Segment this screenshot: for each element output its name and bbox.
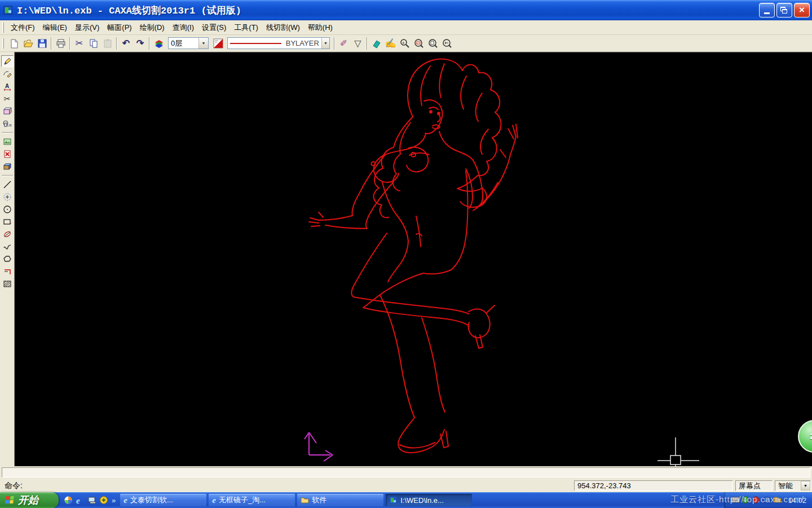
task-button[interactable]: e 无框镜子_淘... [209, 494, 295, 506]
svg-text:A: A [5, 83, 9, 89]
library-label: LIB [7, 124, 12, 127]
pan-button[interactable]: ✍ [383, 37, 398, 50]
task-button-active[interactable]: I:\WED\ln.e... [386, 494, 472, 506]
trim-tool[interactable]: ✂ [1, 93, 14, 104]
coordinate-display: 954.372,-23.743 [574, 480, 733, 491]
edit-tool[interactable] [1, 68, 14, 80]
layer-dropdown[interactable]: 0层 ▼ [168, 37, 209, 49]
zoom-button[interactable]: ± [398, 37, 412, 50]
cut-button[interactable]: ✂ [72, 37, 86, 50]
menu-bar: 文件(F) 编辑(E) 显示(V) 幅面(P) 绘制(D) 查询(I) 设置(S… [0, 20, 812, 35]
show-desktop-icon[interactable] [88, 496, 96, 505]
save-button[interactable] [35, 37, 49, 50]
spline-tool[interactable] [1, 240, 14, 252]
menu-item-tools[interactable]: 工具(T) [230, 21, 262, 34]
svg-text:±: ± [402, 40, 405, 45]
menu-item-file[interactable]: 文件(F) [7, 21, 39, 34]
separator [2, 175, 13, 176]
open-button[interactable] [21, 37, 35, 50]
restore-button[interactable] [776, 3, 792, 17]
toolbar-grip[interactable] [2, 23, 4, 33]
undo-button[interactable]: ↶ [119, 37, 133, 50]
prompt-strip [0, 466, 812, 479]
new-button[interactable] [7, 37, 21, 50]
print-button[interactable] [54, 37, 68, 50]
menu-item-view[interactable]: 显示(V) [71, 21, 103, 34]
separator [51, 37, 52, 50]
start-button[interactable]: 开始 [0, 492, 59, 508]
usb-tray-icon[interactable] [742, 496, 750, 505]
menu-item-wirecut[interactable]: 线切割(W) [262, 21, 304, 34]
eraser-pen-icon: ✐ [340, 39, 347, 48]
rectangle-tool[interactable] [1, 216, 14, 227]
windows-logo-icon [5, 496, 15, 505]
quick-launch: e » [59, 496, 119, 505]
block-tool[interactable] [1, 105, 14, 117]
hatch-tool[interactable] [1, 278, 14, 290]
prompt-field[interactable] [2, 467, 810, 478]
command-label: 命令: [1, 481, 572, 491]
zoom-previous-button[interactable] [440, 37, 454, 50]
close-button[interactable]: × [794, 3, 810, 17]
separator [2, 132, 13, 133]
tray-icon[interactable] [774, 496, 782, 505]
sketch-tool[interactable] [1, 55, 14, 67]
overflow-chevron-icon[interactable]: » [112, 496, 116, 505]
media-player-icon[interactable] [64, 496, 73, 505]
task-button[interactable]: e 文泰切割软... [120, 494, 206, 506]
menu-item-query[interactable]: 查询(I) [169, 21, 198, 34]
caxa-icon [389, 496, 398, 505]
linestyle-dropdown[interactable]: BYLAYER ▼ [227, 37, 330, 49]
redraw-button[interactable] [369, 37, 383, 50]
snap-mode[interactable]: 屏幕点 [735, 480, 773, 491]
menu-item-edit[interactable]: 编辑(E) [39, 21, 71, 34]
minimize-button[interactable] [759, 3, 775, 17]
keyboard-tray-icon[interactable] [731, 496, 739, 505]
tray-icon[interactable] [752, 496, 761, 505]
menu-item-help[interactable]: 帮助(H) [304, 21, 337, 34]
tray-icon[interactable] [763, 496, 771, 505]
layer-dropdown-value: 0层 [169, 38, 198, 49]
erase-button[interactable]: ✐ [337, 37, 351, 50]
zoom-window-button[interactable] [412, 37, 426, 50]
delete-tool[interactable] [1, 148, 14, 160]
paste-button[interactable] [100, 37, 114, 50]
point-mode-dropdown[interactable]: 智能 ▼ [775, 480, 811, 491]
chevron-down-icon[interactable]: ▼ [801, 481, 810, 491]
separator [69, 37, 70, 50]
chevron-down-icon[interactable]: ▼ [321, 38, 329, 49]
point-mode-value: 智能 [778, 481, 793, 491]
filter-button[interactable]: ▽ [351, 37, 365, 50]
taskbar: 开始 e » e 文泰切割软... e 无框镜子_淘... 软件 I:\WED\… [0, 492, 812, 508]
menu-item-paper[interactable]: 幅面(P) [103, 21, 135, 34]
internet-explorer-icon[interactable]: e [76, 496, 85, 505]
annotate-tool[interactable]: A [1, 80, 14, 92]
separator [116, 37, 117, 50]
task-button-label: I:\WED\ln.e... [400, 496, 444, 505]
menu-item-draw[interactable]: 绘制(D) [136, 21, 169, 34]
copy-button[interactable] [86, 37, 100, 50]
zoom-all-button[interactable] [426, 37, 440, 50]
clock: 14:02 [788, 496, 806, 505]
color-button[interactable] [211, 37, 225, 50]
draw-toolbar: A ✂ LIB [0, 52, 15, 466]
update-icon[interactable] [100, 496, 108, 505]
menu-item-settings[interactable]: 设置(S) [198, 21, 230, 34]
toolbar-grip[interactable] [2, 38, 4, 49]
task-button[interactable]: 软件 [297, 494, 383, 506]
image-tool[interactable] [1, 135, 14, 147]
corner-tool[interactable] [1, 265, 14, 277]
title-bar[interactable]: I:\WED\ln.exb - CAXA线切割2013r1 (试用版) × [0, 0, 812, 20]
chevron-down-icon[interactable]: ▼ [198, 38, 208, 49]
drawing-canvas[interactable]: 27 [15, 52, 812, 466]
polygon-tool[interactable] [1, 253, 14, 265]
circle-tool[interactable] [1, 203, 14, 215]
layer-manager-button[interactable] [152, 37, 166, 50]
ellipse-tool[interactable] [1, 228, 14, 240]
bitmap-tool[interactable] [1, 160, 14, 172]
caxa-window: I:\WED\ln.exb - CAXA线切割2013r1 (试用版) × 文件… [0, 0, 812, 508]
library-tool[interactable]: LIB [1, 117, 14, 129]
line-tool[interactable] [1, 178, 14, 190]
redo-button[interactable]: ↷ [133, 37, 147, 50]
point-tool[interactable] [1, 191, 14, 203]
